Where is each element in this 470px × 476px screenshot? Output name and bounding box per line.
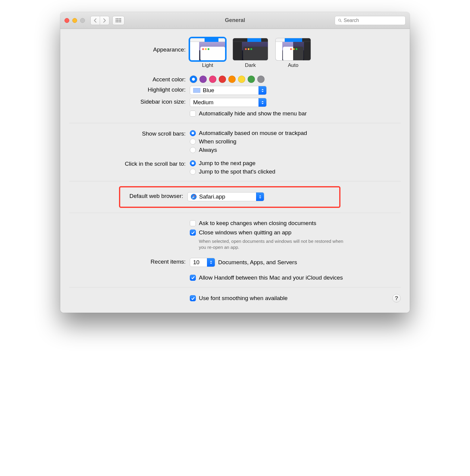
auto-hide-menubar-checkbox[interactable]: Automatically hide and show the menu bar (190, 110, 401, 117)
scrollclick-radio-1[interactable]: Jump to the spot that's clicked (190, 168, 401, 175)
recent-items-label: Recent items: (69, 257, 190, 265)
accent-color-1[interactable] (199, 76, 207, 83)
appearance-option-dark[interactable]: Dark (233, 38, 268, 68)
appearance-options: Light Dark (190, 38, 401, 68)
appearance-option-auto[interactable]: Auto (275, 38, 311, 68)
click-scrollbar-label: Click in the scroll bar to: (69, 159, 190, 167)
traffic-lights (64, 18, 85, 23)
accent-color-6[interactable] (248, 76, 255, 83)
default-browser-value: Safari.app (199, 193, 225, 200)
appearance-thumb-light (190, 38, 225, 61)
chevron-right-icon (103, 18, 106, 23)
radio-circle (190, 139, 196, 145)
radio-label: Automatically based on mouse or trackpad (199, 130, 307, 136)
show-all-button[interactable] (112, 16, 124, 25)
radio-label: Jump to the spot that's clicked (199, 168, 275, 175)
sidebar-icon-size-value: Medium (193, 99, 214, 106)
forward-button[interactable] (100, 16, 109, 25)
appearance-option-light-label: Light (202, 62, 213, 68)
show-scroll-bars-label: Show scroll bars: (69, 129, 190, 137)
close-window-button[interactable] (64, 18, 69, 23)
scrollbars-radio-2[interactable]: Always (190, 147, 401, 153)
accent-color-label: Accent color: (69, 75, 190, 83)
help-button[interactable]: ? (392, 294, 401, 302)
chevron-left-icon (94, 18, 97, 23)
accent-color-2[interactable] (209, 76, 216, 83)
window-toolbar: General (60, 12, 410, 29)
safari-icon (191, 194, 197, 200)
checkbox-box (190, 220, 196, 226)
ask-keep-changes-label: Ask to keep changes when closing documen… (199, 220, 316, 227)
grid-icon (116, 18, 121, 22)
checkbox-box (190, 111, 196, 117)
radio-label: When scrolling (199, 138, 237, 145)
search-field[interactable] (335, 16, 406, 25)
highlight-swatch (193, 88, 200, 93)
close-windows-note: When selected, open documents and window… (190, 238, 346, 251)
radio-label: Jump to the next page (199, 160, 255, 167)
appearance-option-auto-label: Auto (288, 62, 299, 68)
nav-buttons (90, 16, 109, 25)
checkbox-box (190, 295, 196, 301)
radio-circle (190, 160, 196, 166)
default-browser-popup[interactable]: Safari.app (187, 192, 264, 201)
popup-arrows-icon (258, 98, 266, 107)
preferences-window: General Appearance: (60, 12, 410, 313)
scrollbars-radio-0[interactable]: Automatically based on mouse or trackpad (190, 130, 401, 136)
ask-keep-changes-checkbox[interactable]: Ask to keep changes when closing documen… (190, 220, 401, 227)
radio-circle (190, 147, 196, 153)
minimize-window-button[interactable] (72, 18, 77, 23)
search-input[interactable] (344, 18, 402, 23)
appearance-option-dark-label: Dark (245, 62, 256, 68)
close-windows-label: Close windows when quitting an app (199, 229, 291, 236)
accent-color-4[interactable] (228, 76, 236, 83)
radio-circle (190, 130, 196, 136)
appearance-option-light[interactable]: Light (190, 38, 225, 68)
default-browser-label: Default web browser: (126, 192, 187, 199)
accent-color-3[interactable] (219, 76, 226, 83)
scrollclick-radio-0[interactable]: Jump to the next page (190, 160, 401, 167)
divider (69, 123, 401, 123)
highlight-color-popup[interactable]: Blue (190, 86, 267, 95)
annotation-highlight: Default web browser: Safari.app (119, 186, 340, 208)
handoff-label: Allow Handoff between this Mac and your … (199, 274, 343, 281)
sidebar-icon-size-label: Sidebar icon size: (69, 97, 190, 105)
recent-items-value: 10 (193, 259, 199, 266)
click-scrollbar-group: Jump to the next pageJump to the spot th… (190, 159, 401, 175)
appearance-thumb-auto (275, 38, 311, 61)
accent-color-0[interactable] (190, 76, 197, 83)
appearance-label: Appearance: (69, 37, 190, 53)
divider (69, 213, 401, 213)
sidebar-icon-size-popup[interactable]: Medium (190, 98, 267, 107)
zoom-window-button[interactable] (80, 18, 85, 23)
divider (69, 287, 401, 287)
show-scroll-bars-group: Automatically based on mouse or trackpad… (190, 129, 401, 153)
highlight-color-value: Blue (203, 87, 214, 94)
accent-color-5[interactable] (238, 76, 245, 83)
handoff-checkbox[interactable]: Allow Handoff between this Mac and your … (190, 274, 401, 281)
radio-circle (190, 169, 196, 175)
accent-color-7[interactable] (257, 76, 265, 83)
svg-line-1 (340, 21, 341, 22)
content-area: Appearance: Light (60, 29, 410, 313)
popup-arrows-icon (256, 193, 264, 201)
highlight-color-label: Highlight color: (69, 85, 190, 93)
popup-arrows-icon (258, 86, 266, 95)
close-windows-checkbox[interactable]: Close windows when quitting an app (190, 229, 401, 236)
auto-hide-menubar-label: Automatically hide and show the menu bar (199, 110, 307, 117)
font-smoothing-label: Use font smoothing when available (199, 295, 288, 302)
accent-color-options (190, 76, 265, 83)
radio-label: Always (199, 147, 217, 153)
scrollbars-radio-1[interactable]: When scrolling (190, 138, 401, 145)
font-smoothing-checkbox[interactable]: Use font smoothing when available (190, 295, 389, 302)
recent-items-popup[interactable]: 10 (190, 258, 215, 267)
back-button[interactable] (90, 16, 100, 25)
divider (69, 181, 401, 181)
checkbox-box (190, 275, 196, 281)
appearance-thumb-dark (233, 38, 268, 61)
recent-items-suffix: Documents, Apps, and Servers (218, 259, 297, 266)
checkbox-box (190, 230, 196, 236)
popup-arrows-icon (207, 258, 215, 267)
search-icon (338, 18, 342, 23)
